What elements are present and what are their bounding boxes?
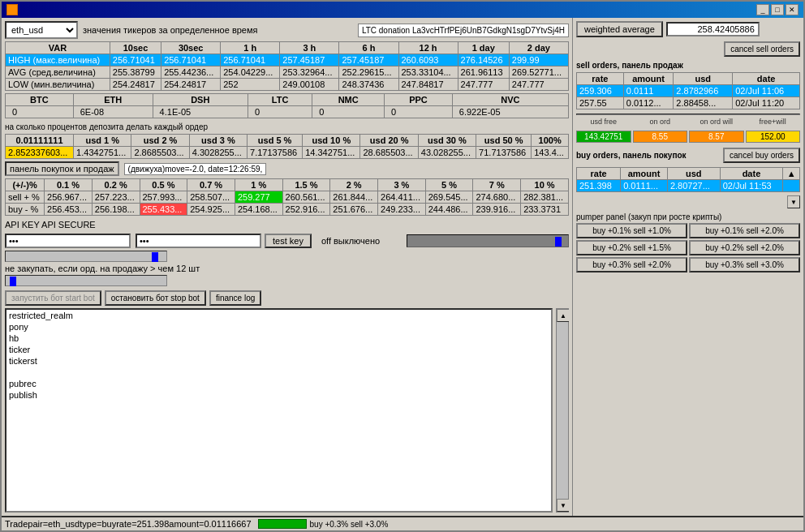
pumper-btn-6[interactable]: buy +0.3% sell +3.0% xyxy=(689,257,800,272)
ticker-col-6h: 6 h xyxy=(339,42,398,54)
sell-orders-empty-area xyxy=(576,114,800,115)
ticker-col-1day: 1 day xyxy=(458,42,509,54)
ticker-row-avg: AVG (сред.величина) 255.38799 255.44236.… xyxy=(6,66,569,79)
ticker-col-12h: 12 h xyxy=(398,42,458,54)
progress-bar xyxy=(258,519,307,529)
buysell-table: (+/-)% 0.1 % 0.2 % 0.5 % 0.7 % 1 % 1.5 %… xyxy=(5,178,569,216)
title-bar-controls: _ □ ✕ xyxy=(756,4,799,15)
status-bar: Tradepair=eth_usdtype=buyrate=251.398amo… xyxy=(2,516,803,530)
buy-row: buy - % 256.453... 256.198... 255.433...… xyxy=(6,204,569,216)
balance-on-ord-will: 8.57 xyxy=(689,131,744,143)
balance-label-on-ord-will: on ord will xyxy=(689,118,744,126)
deposit-row: 2.852337603... 1.4342751... 2.8685503...… xyxy=(6,147,569,159)
app-icon xyxy=(6,4,18,15)
off-label: off выключено xyxy=(321,236,380,246)
pumper-panel: pumper panel (закуп при росте крипты) bu… xyxy=(576,212,800,272)
sell-order-row[interactable]: 257.55 0.0112... 2.88458... 02/Jul 11:20 xyxy=(577,97,800,109)
buy-orders-table: rate amount usd date ▲ 251.398 0.0111...… xyxy=(576,167,800,192)
panel-row: панель покупок и продаж (движуха)move=-2… xyxy=(5,161,569,176)
buy-order-row[interactable]: 251.398 0.0111... 2.80727... 02/Jul 11:5… xyxy=(577,180,800,192)
log-item[interactable]: tickerst xyxy=(6,355,551,367)
sell-row: sell + % 256.967... 257.223... 257.993..… xyxy=(6,191,569,204)
ticker-label: значения тикеров за определенное время xyxy=(83,25,257,35)
balance-label-usd-free: usd free xyxy=(576,118,631,126)
crypto-row: 0 6E-08 4.1E-05 0 0 0 6.922E-05 xyxy=(6,106,569,118)
cancel-sell-button[interactable]: cancel sell orders xyxy=(724,41,800,57)
balance-label-free-will: free+will xyxy=(746,118,801,126)
sell-orders-table: rate amount usd date 259.306 0.0111 2.87… xyxy=(576,72,800,109)
weighted-average-button[interactable]: weighted average xyxy=(576,21,663,37)
log-item[interactable]: hb xyxy=(6,332,551,344)
balance-row: 143.42751 8.55 8.57 152.00 xyxy=(576,131,800,143)
balance-label-on-ord: on ord xyxy=(633,118,688,126)
buy-orders-scroll-down[interactable]: ▼ xyxy=(787,195,800,208)
panel-label: панель покупок и продаж xyxy=(5,161,119,176)
title-bar-title xyxy=(6,4,18,15)
deposit-table: 0.01111111 usd 1 % usd 2 % usd 3 % usd 5… xyxy=(5,134,569,159)
progress-label: buy +0.3% sell +3.0% xyxy=(310,520,389,529)
ticker-table: VAR 10sec 30sec 1 h 3 h 6 h 12 h 1 day 2… xyxy=(5,41,569,91)
sell-order-row[interactable]: 259.306 0.0111 2.8782966 02/Jul 11:06 xyxy=(577,85,800,97)
log-item[interactable]: restricted_realm xyxy=(6,310,551,321)
maximize-button[interactable]: □ xyxy=(771,4,784,15)
api-key-input[interactable] xyxy=(5,234,131,248)
buy-orders-label: buy orders, панель покупок xyxy=(576,151,687,160)
finance-log-button[interactable]: finance log xyxy=(209,290,261,306)
minimize-button[interactable]: _ xyxy=(756,4,769,15)
top-row: eth_usd значения тикеров за определенное… xyxy=(5,21,569,39)
pumper-btn-3[interactable]: buy +0.2% sell +1.5% xyxy=(576,240,687,255)
slider-label-2: не закупать, если орд. на продажу > чем … xyxy=(5,264,200,273)
close-button[interactable]: ✕ xyxy=(786,4,799,15)
weighted-value-input[interactable] xyxy=(666,22,760,36)
pumper-btn-2[interactable]: buy +0.1% sell +2.0% xyxy=(689,223,800,238)
crypto-table: BTC ETH DSH LTC NMC PPC NVC 0 6E-08 4.1E… xyxy=(5,93,569,118)
cancel-buy-button[interactable]: cancel buy orders xyxy=(723,148,800,163)
ticker-col-3h: 3 h xyxy=(280,42,339,54)
stop-bot-button[interactable]: остановить бот stop bot xyxy=(105,290,206,306)
ticker-col-2day: 2 day xyxy=(509,42,568,54)
api-row: API KEY API SECURE xyxy=(5,220,569,230)
ticker-col-var: VAR xyxy=(6,42,110,54)
deposit-label: на сколько процентов депозита делать каж… xyxy=(5,122,569,131)
ticker-col-30sec: 30sec xyxy=(161,42,221,54)
ticker-row-high: HIGH (макс.величина) 256.71041 256.71041… xyxy=(6,54,569,66)
ticker-col-1h: 1 h xyxy=(221,42,280,54)
log-area: restricted_realm pony hb ticker tickerst… xyxy=(5,308,569,513)
log-item[interactable] xyxy=(6,367,551,378)
right-panel: weighted average cancel sell orders sell… xyxy=(572,18,803,516)
donation-box: LTC donation La3vcHTrfPEj6UnB7GdkgN1sgD7… xyxy=(358,24,569,37)
weighted-row: weighted average xyxy=(576,21,800,37)
log-item[interactable]: pony xyxy=(6,321,551,332)
test-key-button[interactable]: test key xyxy=(265,234,312,248)
scroll-down-button[interactable]: ▼ xyxy=(557,499,569,512)
api-secure-input[interactable] xyxy=(136,234,261,248)
move-box: (движуха)move=-2.0, date=12:26:59, xyxy=(124,163,267,175)
pumper-btn-5[interactable]: buy +0.3% sell +2.0% xyxy=(576,257,687,272)
log-item[interactable]: publish xyxy=(6,389,551,401)
log-item[interactable]: ticker xyxy=(6,344,551,355)
bot-row: запустить бот start bot остановить бот s… xyxy=(5,290,569,306)
ticker-row-low: LOW (мин.величина) 254.24817 254.24817 2… xyxy=(6,79,569,91)
pumper-grid: buy +0.1% sell +1.0% buy +0.1% sell +2.0… xyxy=(576,223,800,272)
slider-section: не закупать, если орд. на продажу > чем … xyxy=(5,251,569,286)
log-item[interactable]: pubrec xyxy=(6,378,551,389)
title-bar: _ □ ✕ xyxy=(2,2,803,18)
slider-row-3 xyxy=(5,275,569,286)
slider-row-1 xyxy=(5,251,569,262)
log-list[interactable]: restricted_realm pony hb ticker tickerst… xyxy=(5,308,553,513)
balance-on-ord: 8.55 xyxy=(633,131,688,143)
balance-usd-free: 143.42751 xyxy=(576,131,631,143)
api-label: API KEY API SECURE xyxy=(5,220,96,230)
ticker-col-10sec: 10sec xyxy=(110,42,161,54)
scroll-up-button[interactable]: ▲ xyxy=(557,309,569,322)
balance-labels: usd free on ord on ord will free+will xyxy=(576,118,800,126)
scroll-track xyxy=(557,322,568,499)
pumper-btn-4[interactable]: buy +0.2% sell +2.0% xyxy=(689,240,800,255)
balance-free-will: 152.00 xyxy=(746,131,801,143)
pair-select[interactable]: eth_usd xyxy=(5,21,78,39)
sell-orders-label: sell orders, панель продаж xyxy=(576,61,800,70)
slider-row-2: не закупать, если орд. на продажу > чем … xyxy=(5,264,569,273)
status-text: Tradepair=eth_usdtype=buyrate=251.398amo… xyxy=(5,519,252,529)
start-bot-button[interactable]: запустить бот start bot xyxy=(5,290,101,306)
pumper-btn-1[interactable]: buy +0.1% sell +1.0% xyxy=(576,223,687,238)
